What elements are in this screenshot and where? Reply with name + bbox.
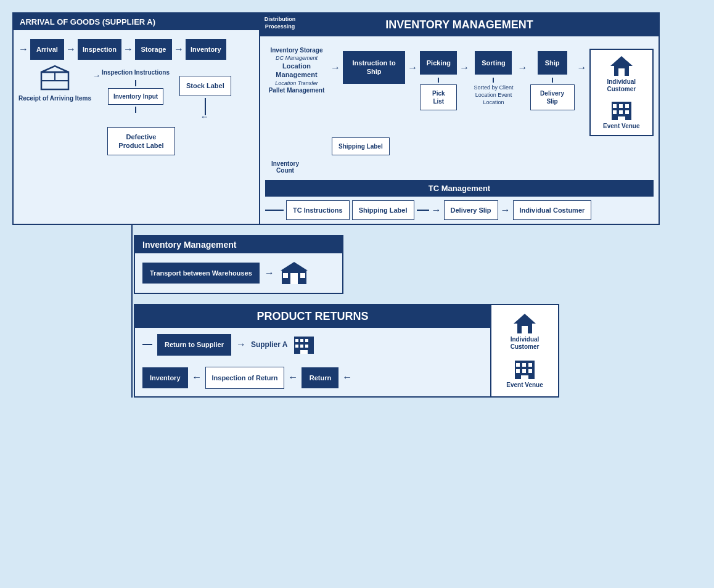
return-left-line xyxy=(142,344,152,345)
arrow-left-1: → xyxy=(192,372,202,383)
svg-rect-37 xyxy=(516,369,520,373)
inv-mgmt-section: INVENTORY MANAGEMENT Inventory Storage D… xyxy=(260,14,659,224)
dist-processing-label: Distribution Processing xyxy=(259,14,301,33)
left-spacer xyxy=(12,225,134,398)
full-layout: ARRIVAL OF GOODS (SUPPLIER A) → Arrival … xyxy=(12,12,702,398)
inv-main-flow: Inventory Storage DC Management Location… xyxy=(260,36,659,136)
building-icon-top xyxy=(610,99,633,121)
svg-rect-19 xyxy=(283,273,288,278)
ship-col: Ship Delivery Slip xyxy=(530,45,575,110)
individual-customer-label-top: Individual Customer xyxy=(596,78,647,93)
inv-count-row: Inventory Count xyxy=(260,159,659,176)
arrival-btn: Arrival xyxy=(30,39,64,60)
return-btn: Return xyxy=(302,367,339,388)
vert-line-2 xyxy=(135,107,136,113)
tc-instructions-btn: TC Instructions xyxy=(286,200,350,220)
instruction-to-ship-btn: Instruction to Ship xyxy=(343,51,405,84)
individual-customer-top: Individual Customer xyxy=(596,55,647,93)
svg-rect-22 xyxy=(295,339,298,342)
inv-input-col: Inventory Input xyxy=(102,80,170,113)
return-supplier-row: Return to Supplier → Supplier A xyxy=(135,328,490,361)
top-outer: ARRIVAL OF GOODS (SUPPLIER A) → Arrival … xyxy=(12,12,702,225)
svg-rect-14 xyxy=(625,110,629,114)
stock-down-arrow: ↓ xyxy=(200,115,210,119)
pick-list-btn: Pick List xyxy=(420,84,457,110)
arrival-sub-area: Receipt of Arriving Items → Inspection I… xyxy=(14,63,259,126)
arrow-3: → xyxy=(174,44,184,55)
pr-individual-customer: Individual Customer xyxy=(496,312,553,351)
svg-rect-27 xyxy=(300,345,303,348)
svg-rect-18 xyxy=(290,273,298,284)
arrow-start: → xyxy=(18,44,28,55)
sorted-by-label: Sorted by Client Location Event Location xyxy=(472,84,515,106)
transport-btn: Transport between Warehouses xyxy=(142,263,260,284)
dc-mgmt-lbl: DC Management xyxy=(276,55,318,61)
inv-mgmt-lower-box: Inventory Management Transport between W… xyxy=(134,235,343,294)
right-stacked: Inventory Management Transport between W… xyxy=(134,235,559,398)
tc-mgmt-section: TC Management TC Instructions Shipping L… xyxy=(260,176,659,224)
bottom-area: Inventory Management Transport between W… xyxy=(12,225,702,398)
svg-marker-16 xyxy=(281,262,308,271)
inv-mgmt-title: INVENTORY MANAGEMENT xyxy=(260,14,659,36)
svg-rect-9 xyxy=(613,104,617,108)
ship-btn: Ship xyxy=(538,51,567,75)
svg-rect-38 xyxy=(522,369,526,373)
arrow-left-2: → xyxy=(288,372,298,383)
house-icon-top xyxy=(609,55,634,77)
pr-building-icon xyxy=(514,358,536,380)
return-to-supplier-btn: Return to Supplier xyxy=(157,334,231,355)
pallet-mgmt-lbl: Pallet Management xyxy=(269,87,325,94)
return-flow-row: Inventory → Inspection of Return → Retur… xyxy=(135,362,490,396)
transport-arrow: → xyxy=(265,267,274,279)
sorting-btn: Sorting xyxy=(475,51,512,75)
svg-rect-29 xyxy=(300,350,308,354)
svg-marker-30 xyxy=(514,314,536,324)
warehouse-icon xyxy=(279,261,309,285)
product-returns-title: PRODUCT RETURNS xyxy=(135,305,490,328)
arrow-pick-sort: → xyxy=(459,62,469,73)
svg-rect-26 xyxy=(295,345,298,348)
arrival-flow-row: → Arrival → Inspection → Storage → Inven… xyxy=(14,30,259,63)
pr-individual-customer-label: Individual Customer xyxy=(496,336,553,351)
supplier-a-label: Supplier A xyxy=(251,340,288,349)
supplier-building-icon xyxy=(293,334,315,355)
stock-label-btn: Stock Label xyxy=(179,76,231,96)
pr-event-venue: Event Venue xyxy=(506,358,543,389)
pr-house-icon xyxy=(512,312,537,335)
inv-storage-lbl: Inventory Storage xyxy=(270,46,322,54)
pick-line-down xyxy=(438,78,439,83)
inv-details-col: Inventory Storage DC Management Location… xyxy=(265,46,328,94)
long-vert-line xyxy=(131,225,133,398)
tc-delivery-col: Delivery Slip xyxy=(444,200,498,220)
tc-header: TC Management xyxy=(265,180,654,197)
delivery-slip-btn: Delivery Slip xyxy=(530,84,575,110)
sorting-col: Sorting Sorted by Client Location Event … xyxy=(472,45,515,106)
tc-arrow-1: → xyxy=(432,205,441,216)
loc-mgmt-lbl: Location Management xyxy=(265,62,328,80)
svg-rect-7 xyxy=(618,68,625,76)
inventory-input-btn: Inventory Input xyxy=(108,88,163,105)
receipt-label: Receipt of Arriving Items xyxy=(18,94,91,102)
svg-rect-36 xyxy=(528,363,532,367)
box-icon xyxy=(39,63,71,92)
inv-count-lbl: Inventory Count xyxy=(265,160,305,174)
picking-btn: Picking xyxy=(420,51,457,75)
tc-dash-mid xyxy=(417,210,429,211)
customer-icons-panel: Individual Customer xyxy=(589,49,654,136)
arrival-title: ARRIVAL OF GOODS (SUPPLIER A) xyxy=(14,14,259,30)
shipping-label-btn: Shipping Label xyxy=(332,137,390,155)
svg-rect-32 xyxy=(522,326,528,333)
svg-rect-34 xyxy=(516,363,520,367)
inventory-btn: Inventory xyxy=(186,39,226,60)
arrival-section: ARRIVAL OF GOODS (SUPPLIER A) → Arrival … xyxy=(14,14,260,224)
transport-row: Transport between Warehouses → xyxy=(135,253,342,293)
arrow-left-3: → xyxy=(342,372,352,383)
svg-marker-5 xyxy=(610,56,633,66)
tc-shipping-label-btn: Shipping Label xyxy=(352,200,414,220)
event-venue-label-top: Event Venue xyxy=(603,123,639,130)
svg-rect-23 xyxy=(300,339,303,342)
tc-delivery-slip-btn: Delivery Slip xyxy=(444,200,498,220)
return-supplier-arrow: → xyxy=(236,339,246,350)
svg-rect-11 xyxy=(625,104,629,108)
defective-row: Defective Product Label xyxy=(14,127,259,161)
